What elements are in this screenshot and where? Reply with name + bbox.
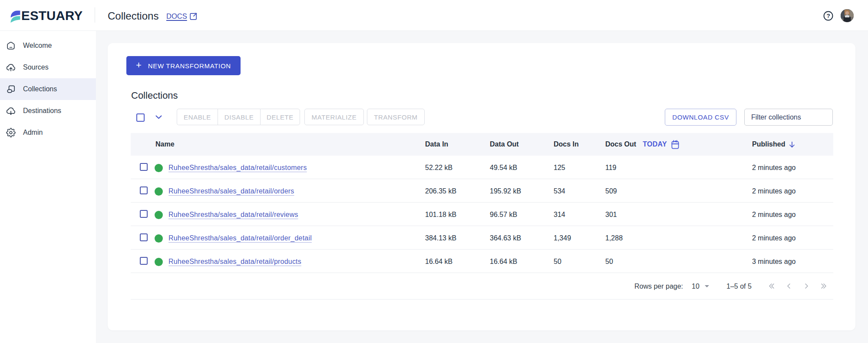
svg-text:?: ? xyxy=(826,13,830,19)
